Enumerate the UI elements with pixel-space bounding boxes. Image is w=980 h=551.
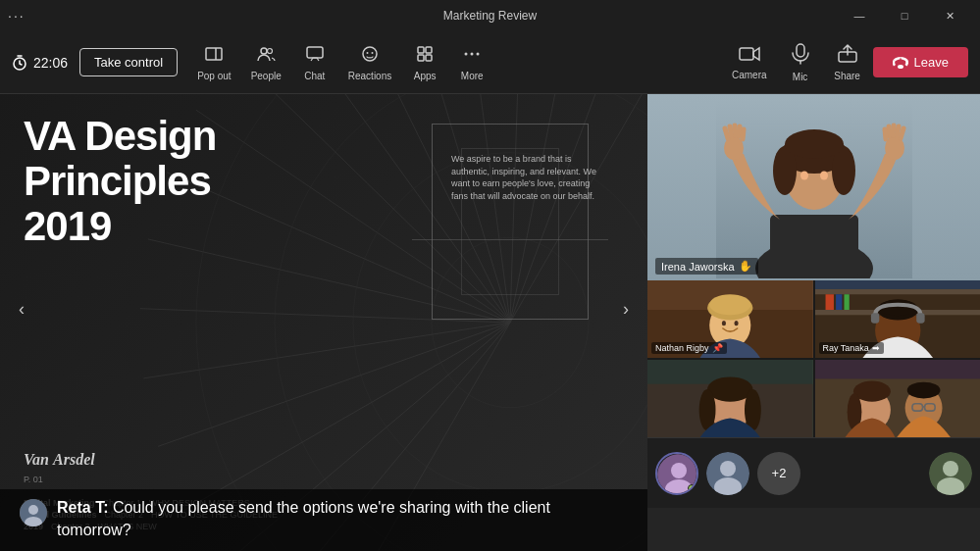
svg-point-101 [906,382,940,399]
camera-label: Camera [732,70,767,80]
svg-text:Arsdel: Arsdel [52,451,95,468]
slide: VA DesignPrinciples2019 Van Arsdel P. 01… [0,94,647,551]
thumbnail-nathan-label: Nathan Rigby 📌 [651,342,727,354]
svg-point-74 [709,294,750,315]
share-icon [838,44,857,69]
svg-rect-15 [740,48,753,60]
camera-icon [739,45,760,68]
main-content: VA DesignPrinciples2019 Van Arsdel P. 01… [0,94,980,551]
svg-point-12 [465,52,468,55]
toolbar: 22:06 Take control Pop out People [0,31,980,94]
svg-point-75 [722,321,726,326]
svg-rect-50 [770,215,858,278]
avatar-1[interactable] [655,452,698,495]
window-menu-dots[interactable]: ··· [8,8,26,24]
minimize-button[interactable]: — [837,0,882,31]
slide-title-area: VA DesignPrinciples2019 [24,114,377,250]
caption-speaker-name: Reta T: [57,499,108,516]
leave-button[interactable]: Leave [873,47,968,77]
slide-next-button[interactable]: › [612,295,640,323]
toolbar-more[interactable]: More [450,40,493,85]
toolbar-popout[interactable]: Pop out [189,40,238,85]
slide-horizontal-line [412,239,608,240]
thumbnail-nathan-name: Nathan Rigby [655,343,709,353]
share-label: Share [834,71,860,81]
toolbar-share[interactable]: Share [826,40,869,85]
svg-rect-88 [916,313,924,324]
svg-point-57 [820,171,828,179]
thumbnail-person4 [815,360,981,437]
main-speaker-label: Irena Jaworska ✋ [655,258,758,275]
timer-icon [12,55,27,71]
avatar-2-svg [706,452,749,495]
avatar-4[interactable] [929,452,972,495]
people-label: People [251,71,282,81]
toolbar-mic[interactable]: Mic [779,39,822,86]
thumbnail-ray: Ray Tanaka ➡ [815,280,981,358]
svg-rect-96 [815,378,981,437]
maximize-button[interactable]: □ [882,0,927,31]
close-button[interactable]: ✕ [927,0,972,31]
svg-point-13 [471,52,474,55]
svg-line-63 [743,129,744,139]
thumbnail-person3 [647,360,813,437]
chat-label: Chat [304,71,325,81]
svg-point-55 [785,129,844,159]
toolbar-reactions[interactable]: Reactions [340,40,399,85]
thumbnail-ray-name: Ray Tanaka [823,343,869,353]
popout-label: Pop out [197,71,231,81]
svg-point-92 [707,376,752,401]
more-icon [462,44,482,69]
video-panel: Irena Jaworska ✋ [647,94,980,551]
svg-line-69 [885,129,886,139]
take-control-button[interactable]: Take control [79,48,178,76]
svg-rect-9 [426,47,432,53]
svg-point-14 [477,52,480,55]
svg-line-65 [901,128,903,138]
main-speaker-name: Irena Jaworska [661,261,735,273]
mic-icon [792,43,809,70]
toolbar-apps[interactable]: Apps [403,40,446,85]
reactions-icon [360,44,380,69]
vanarsedel-logo-svg: Van Arsdel [24,447,122,469]
leave-label: Leave [914,55,949,70]
avatar-2[interactable] [706,452,749,495]
main-speaker-figure [716,97,912,278]
thumbnail-grid: Nathan Rigby 📌 [647,280,980,437]
bottom-avatars-row: +2 [647,437,980,508]
popout-icon [204,44,224,69]
slide-prev-button[interactable]: ‹ [8,295,35,323]
caption-avatar [20,499,47,526]
plus-more-badge[interactable]: +2 [757,452,800,495]
svg-point-6 [367,52,369,54]
apps-label: Apps [414,71,437,81]
svg-rect-79 [815,289,981,294]
reactions-label: Reactions [348,71,391,81]
toolbar-people[interactable]: People [243,40,289,85]
thumbnail-nathan: Nathan Rigby 📌 [647,280,813,358]
toolbar-camera[interactable]: Camera [724,41,775,84]
slide-page-number: P. 01 [24,475,43,484]
caption-bar: Reta T: Could you please send the option… [0,489,647,551]
svg-line-66 [897,126,899,136]
slide-main-title: VA DesignPrinciples2019 [24,114,377,250]
mic-label: Mic [793,72,808,82]
caption-message: Could you please send the options we're … [57,499,550,537]
svg-point-19 [898,65,903,69]
toolbar-chat[interactable]: Chat [293,40,336,85]
svg-text:Van: Van [24,451,49,468]
apps-icon [415,44,435,69]
svg-point-5 [363,47,377,61]
avatar-1-online [688,484,696,492]
svg-rect-83 [844,294,849,310]
svg-rect-87 [870,313,878,324]
leave-phone-icon [893,57,908,69]
svg-rect-16 [797,44,804,57]
title-bar: ··· Marketing Review — □ ✕ [0,0,980,31]
svg-rect-4 [307,47,323,58]
svg-line-59 [725,128,728,138]
svg-point-46 [28,505,38,515]
avatar-4-svg [929,452,972,495]
timer-display: 22:06 [33,55,68,71]
window-title: Marketing Review [443,9,537,23]
